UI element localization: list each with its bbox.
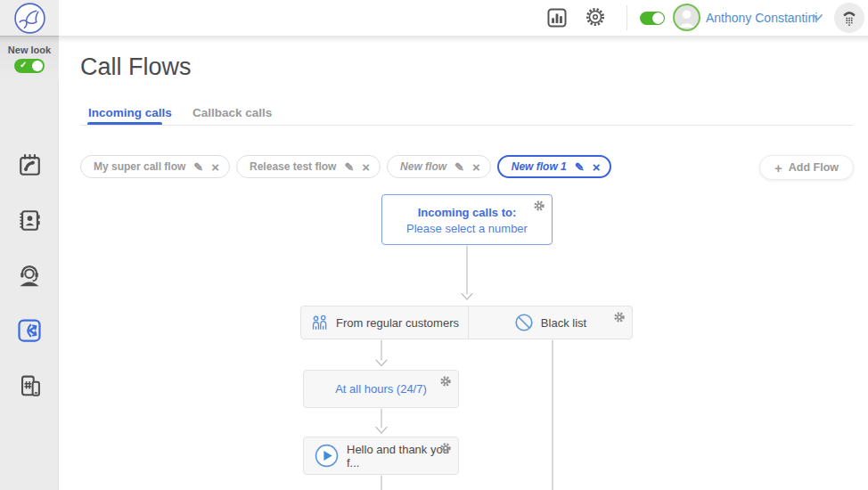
edit-pencil-icon[interactable]: ✎ — [454, 160, 464, 174]
node-label: From regular customers — [336, 316, 459, 330]
check-icon: ✓ — [20, 60, 27, 69]
play-icon[interactable] — [315, 444, 339, 468]
flow-chip[interactable]: Release test flow ✎ × — [236, 155, 381, 178]
dialpad-call-button[interactable] — [834, 3, 864, 33]
edit-pencil-icon[interactable]: ✎ — [344, 160, 354, 174]
header-divider — [626, 5, 627, 30]
block-icon — [514, 313, 534, 332]
node-regular-customers[interactable]: From regular customers — [301, 306, 469, 339]
user-menu-name[interactable]: Anthony Constantini — [706, 11, 817, 25]
plus-icon: + — [774, 160, 782, 176]
tabs-divider — [80, 125, 854, 126]
flow-chip-label: My super call flow — [94, 160, 185, 173]
node-settings-gear-icon[interactable] — [439, 375, 452, 388]
contacts-book-icon — [17, 208, 43, 233]
phone-dialpad-icon — [839, 8, 859, 28]
toggle-knob — [32, 61, 43, 71]
flow-chip[interactable]: My super call flow ✎ × — [80, 155, 230, 178]
node-label: Black list — [541, 316, 586, 330]
sidebar-item-call-history[interactable] — [0, 150, 59, 180]
sidebar-item-contacts[interactable] — [0, 205, 59, 235]
page-title: Call Flows — [80, 53, 192, 81]
close-icon[interactable]: × — [362, 160, 370, 174]
sidebar-item-call-flows[interactable] — [0, 315, 59, 346]
add-flow-button[interactable]: + Add Flow — [759, 155, 854, 180]
chevron-down-icon[interactable] — [813, 14, 823, 21]
top-bar: Anthony Constantini — [0, 0, 868, 36]
node-settings-gear-icon[interactable] — [533, 200, 545, 212]
flow-chips-row: My super call flow ✎ × Release test flow… — [80, 155, 611, 178]
sidebar-item-support[interactable] — [0, 260, 59, 290]
virtual-numbers-icon — [17, 373, 43, 399]
node-at-all-hours[interactable]: At all hours (24/7) — [303, 370, 459, 408]
node-greeting-audio[interactable]: Hello and thank you f... — [303, 437, 459, 475]
node-incoming-calls[interactable]: Incoming calls to: Please select a numbe… — [381, 194, 553, 245]
brand-logo-icon — [13, 2, 46, 35]
toggle-knob — [652, 12, 664, 24]
support-agent-icon — [16, 262, 43, 289]
flow-chip[interactable]: New flow ✎ × — [387, 155, 491, 178]
sidebar-item-virtual-numbers[interactable] — [0, 371, 59, 401]
sidebar: New look ✓ — [0, 36, 59, 490]
new-look-label: New look — [0, 45, 59, 55]
customers-icon — [310, 314, 329, 332]
node-label: At all hours (24/7) — [335, 382, 427, 396]
node-black-list[interactable]: Black list — [469, 306, 632, 339]
settings-button[interactable] — [583, 4, 608, 29]
incoming-node-title: Incoming calls to: — [382, 206, 552, 219]
new-look-block: New look ✓ — [0, 36, 59, 82]
close-icon[interactable]: × — [593, 160, 601, 174]
node-filter-group[interactable]: From regular customers Black list — [300, 306, 633, 339]
call-flows-icon — [16, 317, 43, 344]
incoming-node-subtitle: Please select a number — [382, 222, 552, 235]
close-icon[interactable]: × — [472, 160, 480, 174]
app-root: Anthony Constantini — [0, 0, 868, 490]
flow-chip-label: New flow 1 — [512, 160, 567, 173]
add-flow-label: Add Flow — [789, 161, 839, 174]
avatar[interactable] — [673, 4, 700, 31]
bar-chart-icon — [545, 19, 569, 32]
close-icon[interactable]: × — [211, 160, 219, 174]
flow-chip-active[interactable]: New flow 1 ✎ × — [497, 155, 612, 178]
call-history-icon — [17, 152, 43, 178]
flow-chip-label: New flow — [400, 160, 446, 173]
edit-pencil-icon[interactable]: ✎ — [193, 160, 203, 174]
edit-pencil-icon[interactable]: ✎ — [575, 160, 585, 174]
header-shadow — [0, 36, 868, 43]
logo-container[interactable] — [0, 0, 59, 37]
tab-incoming-calls[interactable]: Incoming calls — [88, 106, 172, 119]
new-look-toggle[interactable]: ✓ — [14, 59, 45, 73]
gear-icon — [583, 19, 608, 32]
node-settings-gear-icon[interactable] — [613, 311, 626, 323]
node-settings-gear-icon[interactable] — [439, 442, 452, 454]
statistics-button[interactable] — [545, 6, 569, 29]
flow-chip-label: Release test flow — [250, 160, 336, 173]
tab-callback-calls[interactable]: Callback calls — [192, 106, 272, 119]
availability-toggle[interactable] — [640, 12, 665, 25]
